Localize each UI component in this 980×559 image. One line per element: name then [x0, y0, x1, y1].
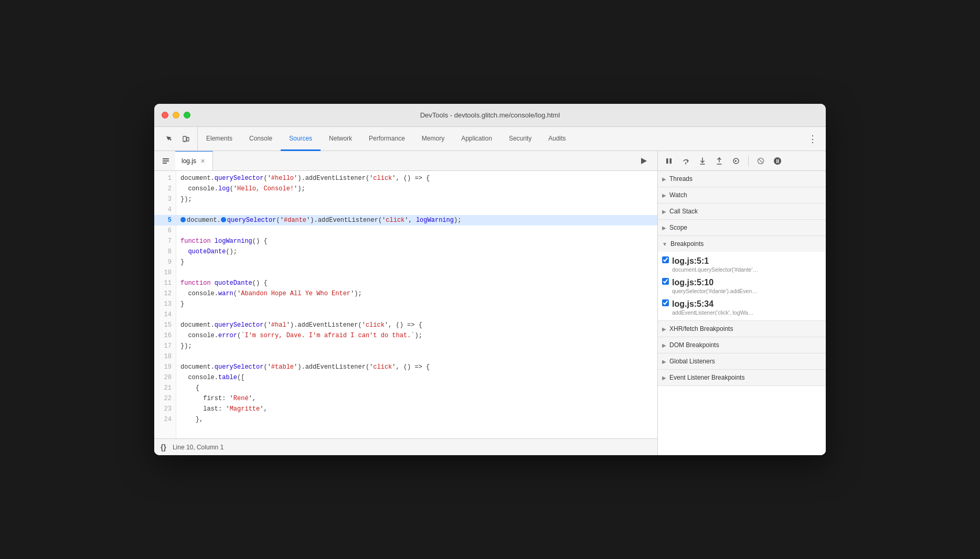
- xhr-label: XHR/fetch Breakpoints: [669, 325, 733, 332]
- breakpoint-2-code: querySelector('#dante').addEven…: [672, 288, 758, 294]
- tab-application[interactable]: Application: [453, 127, 500, 151]
- breakpoints-content: log.js:5:1 document.querySelector('#dant…: [658, 252, 826, 320]
- code-line: document.querySelector('#hello').addEven…: [176, 173, 657, 184]
- more-tabs-button[interactable]: ⋮: [803, 127, 823, 150]
- scope-section: Scope: [658, 220, 826, 236]
- main-content: log.js ✕ 1234 5 678910 1112131415 161718…: [154, 151, 826, 455]
- code-line: }: [176, 257, 657, 267]
- code-line: [176, 205, 657, 215]
- deactivate-breakpoints-button[interactable]: [754, 154, 768, 168]
- inspect-icon[interactable]: [162, 132, 176, 146]
- code-line-5: document.querySelector('#dante').addEven…: [176, 215, 657, 225]
- scope-header[interactable]: Scope: [658, 220, 826, 235]
- minimize-button[interactable]: [173, 112, 179, 119]
- close-button[interactable]: [162, 112, 168, 119]
- breakpoint-item: log.js:5:10 querySelector('#dante').addE…: [658, 275, 826, 297]
- threads-arrow-icon: [662, 176, 666, 182]
- breakpoint-1-checkbox[interactable]: [662, 256, 669, 263]
- line-numbers: 1234 5 678910 1112131415 1617181920 2122…: [154, 171, 176, 438]
- breakpoint-1-info: log.js:5:1 document.querySelector('#dant…: [672, 256, 758, 273]
- dom-arrow-icon: [662, 342, 666, 348]
- show-navigator-button[interactable]: [158, 154, 173, 168]
- tab-audits[interactable]: Audits: [540, 127, 574, 151]
- breakpoint-3-info: log.js:5:34 addEventListener('click', lo…: [672, 299, 753, 316]
- tab-network[interactable]: Network: [321, 127, 360, 151]
- tab-memory[interactable]: Memory: [413, 127, 453, 151]
- code-line: [176, 351, 657, 362]
- breakpoint-3-checkbox[interactable]: [662, 299, 669, 306]
- breakpoints-header[interactable]: Breakpoints: [658, 236, 826, 252]
- xhr-header[interactable]: XHR/fetch Breakpoints: [658, 321, 826, 337]
- tab-performance[interactable]: Performance: [360, 127, 413, 151]
- code-line: console.table([: [176, 372, 657, 383]
- callstack-section: Call Stack: [658, 203, 826, 220]
- event-header[interactable]: Event Listener Breakpoints: [658, 370, 826, 385]
- callstack-header[interactable]: Call Stack: [658, 203, 826, 219]
- breakpoints-arrow-icon: [662, 241, 667, 247]
- status-bar: {} Line 10, Column 1: [154, 438, 657, 455]
- pause-button[interactable]: [662, 154, 676, 168]
- watch-header[interactable]: Watch: [658, 187, 826, 203]
- global-section: Global Listeners: [658, 353, 826, 370]
- tab-security[interactable]: Security: [500, 127, 540, 151]
- tab-sources[interactable]: Sources: [281, 127, 321, 151]
- code-line: function quoteDante() {: [176, 278, 657, 288]
- code-line: });: [176, 341, 657, 351]
- breakpoint-2-location: log.js:5:10: [672, 278, 758, 287]
- global-arrow-icon: [662, 359, 666, 364]
- svg-rect-8: [670, 158, 672, 164]
- editor-panel: log.js ✕ 1234 5 678910 1112131415 161718…: [154, 151, 658, 455]
- device-icon[interactable]: [178, 132, 193, 146]
- breakpoints-label: Breakpoints: [670, 240, 704, 248]
- code-line: {: [176, 383, 657, 393]
- traffic-lights: [162, 112, 190, 119]
- code-line: }: [176, 299, 657, 309]
- debugger-toolbar: ⏸: [658, 151, 826, 171]
- format-button[interactable]: {}: [161, 443, 166, 452]
- dom-section: DOM Breakpoints: [658, 337, 826, 353]
- code-line: [176, 267, 657, 278]
- code-line: });: [176, 194, 657, 205]
- callstack-label: Call Stack: [669, 208, 698, 215]
- watch-label: Watch: [669, 191, 687, 199]
- dom-header[interactable]: DOM Breakpoints: [658, 337, 826, 353]
- code-line: first: 'René',: [176, 393, 657, 404]
- file-tab-label: log.js: [182, 157, 196, 165]
- nav-icons: [157, 127, 198, 150]
- step-button[interactable]: [729, 154, 743, 168]
- file-tab-close-icon[interactable]: ✕: [199, 157, 206, 166]
- right-panel: ⏸ Threads Watch Call: [658, 151, 826, 455]
- devtools-window: DevTools - devtools.glitch.me/console/lo…: [154, 104, 826, 455]
- maximize-button[interactable]: [184, 112, 190, 119]
- breakpoint-3-location: log.js:5:34: [672, 299, 753, 309]
- global-header[interactable]: Global Listeners: [658, 353, 826, 369]
- threads-section: Threads: [658, 171, 826, 187]
- breakpoint-2-checkbox[interactable]: [662, 278, 669, 285]
- code-line: },: [176, 414, 657, 425]
- step-into-button[interactable]: [696, 154, 709, 168]
- code-line: function logWarning() {: [176, 236, 657, 246]
- threads-header[interactable]: Threads: [658, 171, 826, 187]
- file-tab-logjs[interactable]: log.js ✕: [175, 151, 213, 170]
- tab-elements[interactable]: Elements: [198, 127, 241, 151]
- code-area[interactable]: 1234 5 678910 1112131415 1617181920 2122…: [154, 171, 657, 438]
- pause-on-exceptions-button[interactable]: ⏸: [771, 154, 784, 168]
- tab-console[interactable]: Console: [241, 127, 281, 151]
- svg-rect-7: [666, 158, 668, 164]
- event-label: Event Listener Breakpoints: [669, 374, 744, 381]
- svg-text:⏸: ⏸: [775, 158, 780, 164]
- step-over-button[interactable]: [679, 154, 693, 168]
- callstack-arrow-icon: [662, 209, 666, 214]
- code-line: console.log('Hello, Console!');: [176, 184, 657, 194]
- show-sources-button[interactable]: [636, 154, 651, 168]
- step-out-button[interactable]: [712, 154, 726, 168]
- toolbar-separator: [748, 156, 749, 166]
- cursor-position: Line 10, Column 1: [173, 444, 223, 451]
- event-arrow-icon: [662, 375, 666, 381]
- window-title: DevTools - devtools.glitch.me/console/lo…: [420, 111, 560, 119]
- nav-tabs: Elements Console Sources Network Perform…: [198, 127, 803, 150]
- breakpoint-item: log.js:5:1 document.querySelector('#dant…: [658, 254, 826, 275]
- breakpoint-1-code: document.querySelector('#dante'…: [672, 266, 758, 273]
- svg-rect-4: [163, 160, 169, 162]
- code-content[interactable]: document.querySelector('#hello').addEven…: [176, 171, 657, 438]
